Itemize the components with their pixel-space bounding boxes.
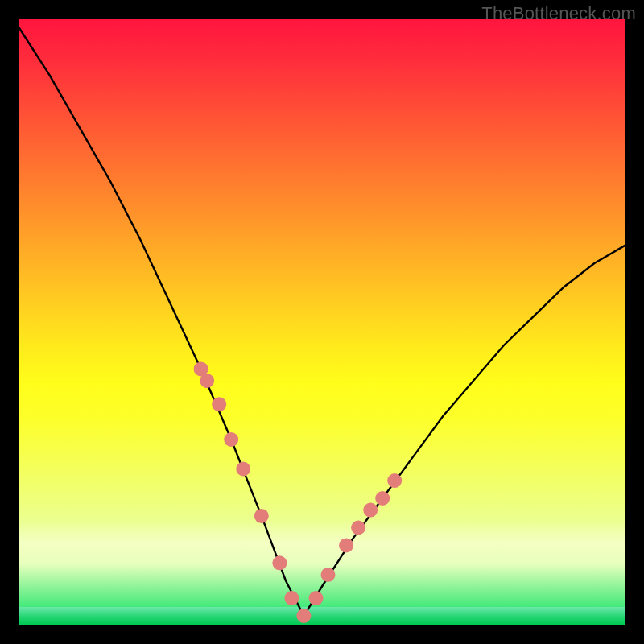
marker-dot (254, 509, 269, 523)
marker-dot (200, 374, 214, 388)
marker-dot (321, 568, 336, 582)
marker-dot (309, 591, 324, 605)
bottleneck-curve (19, 19, 625, 625)
marker-dot (339, 538, 353, 552)
plot-area (19, 19, 625, 625)
chart-frame: TheBottleneck.com (0, 0, 644, 644)
marker-dot (272, 555, 287, 570)
marker-dot (351, 521, 365, 535)
marker-dot (224, 432, 238, 447)
curve-line (19, 28, 625, 616)
marker-dot (296, 609, 311, 623)
marker-dot (284, 591, 299, 605)
marker-dot (387, 473, 402, 488)
marker-dot (363, 503, 378, 518)
attribution-text: TheBottleneck.com (481, 3, 636, 24)
marker-group (194, 361, 402, 623)
marker-dot (375, 491, 390, 506)
marker-dot (212, 397, 226, 411)
marker-dot (236, 462, 250, 477)
